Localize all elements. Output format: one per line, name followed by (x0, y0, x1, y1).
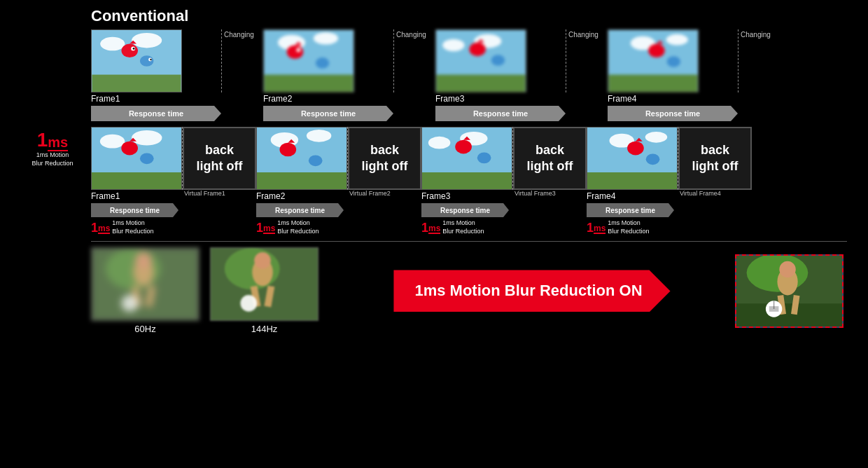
svg-point-36 (132, 130, 162, 146)
mbr-frame-4: Frame4 Response time 1 ms 1ms MotionBlur… (587, 127, 678, 235)
frame-group-1: Frame1 Response time (91, 29, 221, 121)
big-arrow-text: 1ms Motion Blur Reduction ON (414, 282, 642, 300)
frame1-label-row: Frame1 (91, 94, 182, 104)
svg-point-35 (100, 135, 125, 149)
top-frames-section: Frame1 Response time Changing (91, 29, 854, 121)
logo-1ms: 1 ms (37, 130, 68, 150)
comp-label-144hz: 144Hz (251, 324, 278, 334)
changing1-label: Changing (224, 31, 254, 39)
vf-block-2: backlight off Virtual Frame2 (347, 127, 421, 235)
svg-point-21 (442, 39, 464, 52)
virtual-label-3: Virtual Frame3 (513, 190, 587, 197)
big-arrow: 1ms Motion Blur Reduction ON (393, 270, 670, 312)
back-light-2: backlight off (348, 127, 421, 190)
svg-point-18 (296, 48, 300, 52)
frame2-label-row: Frame2 (263, 94, 354, 104)
changing-4: Changing (738, 29, 780, 121)
logo-side: 1 ms 1ms Motion Blur Reduction (14, 127, 91, 235)
frame-group-2: Frame2 Response time (263, 29, 393, 121)
mbr-frame-2: Frame2 Response time 1 ms 1ms MotionBlur… (256, 127, 347, 235)
mbr-logo-3: 1 ms 1ms MotionBlur Reduction (421, 219, 484, 235)
svg-point-52 (455, 140, 472, 154)
comp-item-result (735, 254, 844, 328)
svg-point-14 (314, 32, 338, 45)
mbr-frame1-label: Frame1 (91, 191, 120, 201)
svg-point-47 (309, 155, 323, 166)
bottom-section: 1 ms 1ms Motion Blur Reduction (14, 127, 854, 235)
back-light-3: backlight off (513, 127, 587, 190)
back-light-text-3: backlight off (527, 142, 573, 175)
vf-block-4: backlight off Virtual Frame4 (678, 127, 752, 235)
mbr-logo-4: 1 ms 1ms MotionBlur Reduction (587, 219, 649, 235)
virtual-label-2: Virtual Frame2 (348, 190, 421, 197)
svg-rect-44 (257, 172, 346, 190)
logo-unit: ms (48, 135, 68, 151)
back-light-text-1: backlight off (197, 142, 243, 175)
svg-rect-58 (587, 172, 677, 190)
comp-item-144hz: 144Hz (210, 247, 318, 334)
frame-group-3: Frame3 Response time (435, 29, 566, 121)
virtual-label-4: Virtual Frame4 (678, 190, 752, 197)
changing-3: Changing (566, 29, 608, 121)
svg-point-54 (477, 152, 491, 163)
frame2-response: Response time (263, 106, 393, 121)
frame2-image (263, 29, 354, 92)
frame1-response: Response time (91, 106, 221, 121)
changing2-label: Changing (396, 31, 426, 39)
svg-point-59 (627, 142, 644, 156)
frame-group-4: Frame4 Response time (608, 29, 738, 121)
back-light-text-4: backlight off (692, 142, 738, 175)
svg-rect-15 (264, 75, 353, 92)
mbr-logo-1: 1 ms 1ms MotionBlur Reduction (91, 219, 153, 235)
svg-rect-23 (436, 75, 525, 92)
svg-point-49 (428, 137, 451, 149)
comparison-section: 60Hz 144Hz 1ms Motion Blur Reduction O (91, 247, 854, 334)
svg-point-29 (666, 34, 688, 46)
svg-rect-11 (92, 30, 181, 92)
frame4-label: Frame4 (608, 94, 699, 104)
frame4-image (608, 29, 699, 92)
svg-point-24 (469, 43, 485, 57)
mbr-logo-2: 1 ms 1ms MotionBlur Reduction (256, 219, 318, 235)
mbr-frame3-label: Frame3 (421, 191, 450, 201)
mbr-response-bar-1: Response time (91, 203, 178, 217)
svg-point-16 (287, 46, 303, 60)
frame1-response-bar: Response time (91, 106, 221, 121)
frame4-label-row: Frame4 (608, 94, 699, 104)
mbr-frame4-label: Frame4 (587, 191, 615, 201)
frame2-label: Frame2 (263, 94, 354, 104)
svg-rect-69 (92, 248, 199, 321)
frame3-label: Frame3 (435, 94, 526, 104)
frame4-response: Response time (608, 106, 738, 121)
vf-block-1: backlight off Virtual Frame1 (182, 127, 256, 235)
svg-point-45 (279, 143, 296, 157)
svg-point-73 (254, 252, 271, 269)
svg-point-19 (316, 57, 330, 69)
svg-point-31 (648, 44, 664, 58)
frame3-image (435, 29, 526, 92)
comp-image-60hz (91, 247, 200, 321)
svg-point-81 (779, 261, 795, 277)
divider-line (91, 241, 847, 242)
mbr-frame4-image (587, 127, 678, 190)
svg-point-76 (240, 295, 257, 312)
mbr-frame3-image (421, 127, 512, 190)
logo-number: 1 (37, 130, 48, 150)
logo-subtitle: 1ms Motion Blur Reduction (31, 151, 73, 167)
svg-point-26 (491, 55, 505, 66)
svg-point-33 (667, 56, 681, 67)
frame4-response-bar: Response time (608, 106, 738, 121)
frame1-label: Frame1 (91, 94, 182, 104)
comp-image-144hz (210, 247, 318, 321)
back-light-4: backlight off (678, 127, 752, 190)
back-light-text-2: backlight off (362, 142, 408, 175)
svg-rect-51 (422, 172, 512, 190)
main-container: Conventional (0, 0, 868, 468)
mbr-response-bar-4: Response time (587, 203, 674, 217)
frame3-response-bar: Response time (435, 106, 566, 121)
frame1-image (91, 29, 182, 92)
arrow-section: 1ms Motion Blur Reduction ON (343, 270, 721, 312)
frame3-label-row: Frame3 (435, 94, 526, 104)
svg-point-57 (645, 132, 668, 143)
changing-2: Changing (393, 29, 435, 121)
